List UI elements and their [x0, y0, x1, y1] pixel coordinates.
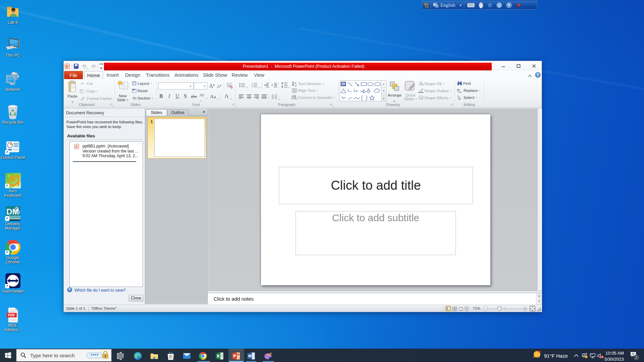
svg-text:3: 3	[252, 86, 253, 87]
svg-text:A: A	[294, 81, 297, 85]
svg-text:P: P	[66, 65, 68, 69]
svg-text:P: P	[75, 145, 77, 148]
svg-text:ac: ac	[459, 90, 462, 93]
svg-text:PDF: PDF	[8, 313, 15, 317]
